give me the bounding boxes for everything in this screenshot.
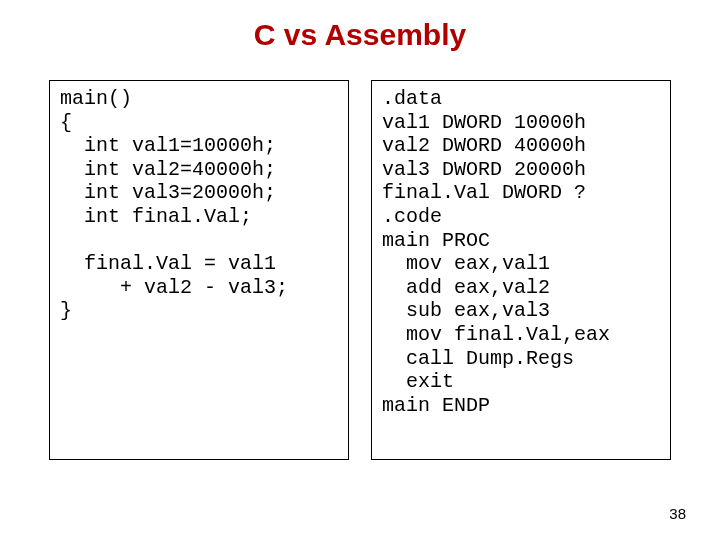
- c-code-box: main() { int val1=10000h; int val2=40000…: [49, 80, 349, 460]
- slide: C vs Assembly main() { int val1=10000h; …: [0, 0, 720, 540]
- code-columns: main() { int val1=10000h; int val2=40000…: [40, 80, 680, 460]
- assembly-code-box: .data val1 DWORD 10000h val2 DWORD 40000…: [371, 80, 671, 460]
- slide-title: C vs Assembly: [40, 18, 680, 52]
- page-number: 38: [669, 505, 686, 522]
